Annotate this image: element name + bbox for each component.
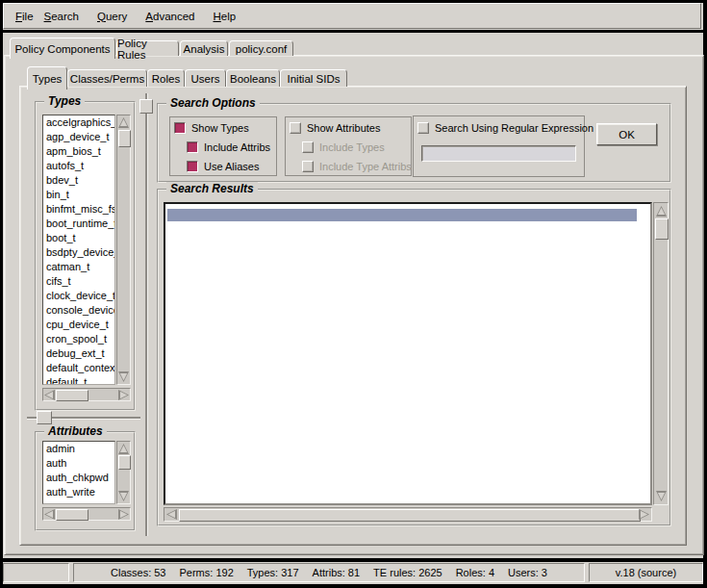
type-list-item[interactable]: bin_t <box>43 188 114 202</box>
scroll-right-icon[interactable] <box>118 390 129 400</box>
scroll-left-icon[interactable] <box>44 390 55 400</box>
scroll-down-icon[interactable] <box>118 371 129 382</box>
attribute-list-item[interactable]: admin <box>43 442 114 456</box>
checkbox-unchecked-icon <box>302 141 314 153</box>
regex-group: Search Using Regular Expression <box>413 115 585 177</box>
tab-policy-rules[interactable]: Policy Rules <box>116 40 179 56</box>
scroll-up-icon[interactable] <box>656 206 667 217</box>
scrollbar-thumb[interactable] <box>118 455 131 470</box>
type-list-item[interactable]: agp_device_t <box>43 130 114 144</box>
tab-users[interactable]: Users <box>185 69 226 87</box>
scroll-right-icon[interactable] <box>118 509 129 520</box>
type-list-item[interactable]: cifs_t <box>43 274 114 289</box>
ok-button[interactable]: OK <box>596 123 657 145</box>
attribute-list-item[interactable]: auth_chkpwd <box>43 471 114 485</box>
status-stat: Roles: 4 <box>456 567 494 578</box>
tab-policy-conf[interactable]: policy.conf <box>229 40 293 56</box>
type-list-item[interactable]: clock_device_t <box>43 289 114 303</box>
menu-query[interactable]: Query <box>97 11 127 22</box>
type-list-item[interactable]: default_t <box>43 375 114 385</box>
show-attributes-checkbox[interactable]: Show Attributes <box>290 121 380 134</box>
menu-search[interactable]: Search <box>44 11 79 22</box>
types-frame: Types accelgraphics_eagp_device_tapm_bio… <box>35 101 136 411</box>
scroll-left-icon[interactable] <box>44 509 55 520</box>
types-h-scrollbar[interactable] <box>42 388 131 401</box>
include-attribs-checkbox[interactable]: Include Attribs <box>187 141 270 153</box>
attributes-frame-title: Attributes <box>44 424 107 438</box>
type-list-item[interactable]: binfmt_misc_fs <box>43 202 114 217</box>
regex-checkbox[interactable]: Search Using Regular Expression <box>417 121 593 134</box>
type-list-item[interactable]: apm_bios_t <box>43 144 114 159</box>
search-options-title: Search Options <box>166 96 260 110</box>
checkbox-checked-icon[interactable] <box>187 141 198 153</box>
tab-classes-perms[interactable]: Classes/Perms <box>67 69 147 87</box>
tab-policy-components[interactable]: Policy Components <box>10 38 115 59</box>
statusbar-stats-panel: Classes: 53Perms: 192Types: 317Attribs: … <box>73 563 585 582</box>
checkbox-checked-icon[interactable] <box>174 122 186 134</box>
attributes-frame: Attributes adminauthauth_chkpwdauth_writ… <box>35 431 136 531</box>
regex-input[interactable] <box>421 145 576 162</box>
status-stat: Users: 3 <box>508 567 547 578</box>
menu-bar: File Search Query Advanced Help <box>3 3 701 29</box>
attributes-listbox[interactable]: adminauthauth_chkpwdauth_write <box>42 441 115 504</box>
scrollbar-thumb[interactable] <box>56 509 88 521</box>
scroll-left-icon[interactable] <box>166 509 177 520</box>
scrollbar-thumb[interactable] <box>118 130 131 147</box>
scroll-up-icon[interactable] <box>118 444 129 454</box>
results-h-scrollbar[interactable] <box>164 507 652 522</box>
type-list-item[interactable]: debug_ext_t <box>43 346 114 361</box>
attribute-list-item[interactable]: auth_write <box>43 485 114 499</box>
scroll-down-icon[interactable] <box>118 491 129 501</box>
scroll-right-icon[interactable] <box>639 509 649 520</box>
attributes-h-scrollbar[interactable] <box>42 507 131 521</box>
menu-help[interactable]: Help <box>213 11 236 22</box>
vertical-sash-handle[interactable] <box>139 99 153 114</box>
use-aliases-checkbox[interactable]: Use Aliases <box>187 160 259 172</box>
menu-file[interactable]: File <box>15 11 34 22</box>
vertical-sash[interactable] <box>145 93 147 536</box>
version-label: v.18 (source) <box>616 567 676 578</box>
attributes-v-scrollbar[interactable] <box>116 441 131 504</box>
tab-roles[interactable]: Roles <box>147 69 185 87</box>
scrollbar-thumb[interactable] <box>655 218 669 240</box>
type-list-item[interactable]: autofs_t <box>43 159 114 173</box>
checkbox-unchecked-icon[interactable] <box>290 122 301 134</box>
search-results-frame: Search Results <box>157 189 671 526</box>
results-v-scrollbar[interactable] <box>653 202 669 505</box>
tab-initial-sids[interactable]: Initial SIDs <box>280 69 347 87</box>
search-options-frame: Search Options Show Types Include Attrib… <box>157 103 671 183</box>
type-list-item[interactable]: catman_t <box>43 260 114 274</box>
type-list-item[interactable]: default_context <box>43 361 114 375</box>
type-list-item[interactable]: boot_runtime_t <box>43 217 114 231</box>
statusbar-separator <box>0 558 707 562</box>
scrollbar-thumb[interactable] <box>56 390 88 401</box>
type-list-item[interactable]: bsdpty_device_ <box>43 245 114 260</box>
type-list-item[interactable]: cpu_device_t <box>43 318 114 332</box>
type-list-item[interactable]: accelgraphics_e <box>43 115 114 130</box>
horizontal-sash-handle[interactable] <box>37 411 52 424</box>
tab-booleans[interactable]: Booleans <box>226 69 280 87</box>
show-types-checkbox[interactable]: Show Types <box>174 121 249 134</box>
statusbar-left-panel <box>3 563 69 582</box>
scroll-down-icon[interactable] <box>656 491 667 501</box>
attribute-list-item[interactable]: auth <box>43 456 114 471</box>
include-types-checkbox: Include Types <box>302 141 385 153</box>
checkbox-unchecked-icon <box>302 161 314 172</box>
app-window: File Search Query Advanced Help Policy C… <box>0 0 707 588</box>
status-stat: Classes: 53 <box>111 567 165 578</box>
tab-analysis[interactable]: Analysis <box>180 40 228 56</box>
type-list-item[interactable]: bdev_t <box>43 173 114 188</box>
type-list-item[interactable]: console_device_ <box>43 303 114 318</box>
scrollbar-thumb[interactable] <box>179 509 641 522</box>
scroll-up-icon[interactable] <box>118 117 129 128</box>
type-list-item[interactable]: boot_t <box>43 231 114 245</box>
types-listbox[interactable]: accelgraphics_eagp_device_tapm_bios_taut… <box>42 115 115 385</box>
type-list-item[interactable]: cron_spool_t <box>43 332 114 346</box>
search-results-text[interactable] <box>164 202 652 505</box>
checkbox-checked-icon[interactable] <box>187 161 198 172</box>
menu-advanced[interactable]: Advanced <box>145 11 194 22</box>
show-attributes-group: Show Attributes Include Types Include Ty… <box>285 116 412 176</box>
tab-types[interactable]: Types <box>27 66 67 89</box>
checkbox-unchecked-icon[interactable] <box>417 122 429 134</box>
types-v-scrollbar[interactable] <box>116 115 131 385</box>
